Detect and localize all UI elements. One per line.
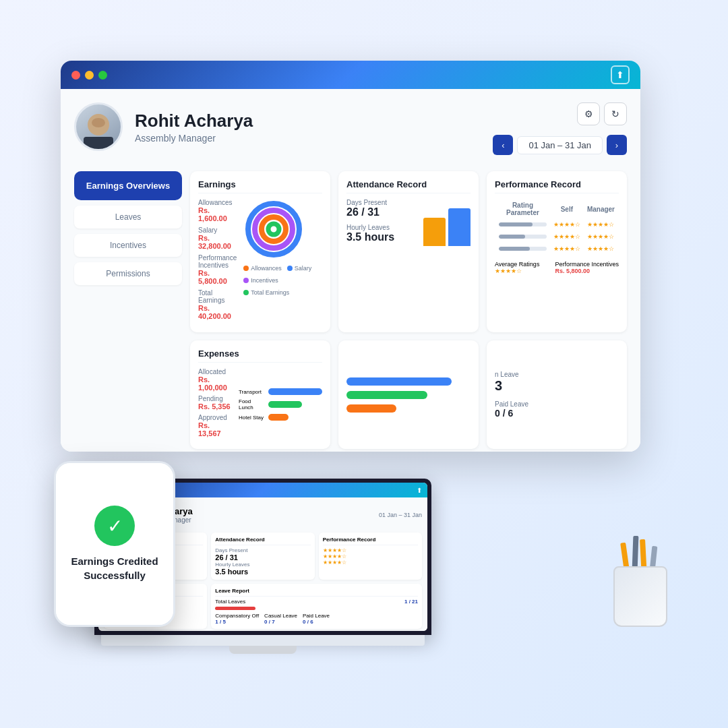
perf-row-1: ★★★★☆ ★★★★☆ [496, 219, 617, 230]
chart-legend: Allowances Salary Incentives [243, 265, 322, 296]
svg-point-3 [268, 224, 279, 235]
browser-window: ⬆ Rohit Acharya Assem [61, 61, 640, 452]
incentives-value: Rs. 5,800.00 [198, 269, 237, 285]
profile-name: Rohit Acharya [135, 111, 253, 131]
laptop-casual-value: 0 / 7 [264, 619, 297, 625]
main-grid: Earnings Overviews Leaves Incentives Per… [74, 171, 627, 332]
laptop-performance-title: Performance Record [323, 537, 418, 545]
next-date-button[interactable]: › [607, 135, 627, 155]
perf-incentive-label: Performance Incentives [555, 261, 619, 268]
salary-value: Rs. 32,800.00 [198, 234, 237, 250]
browser-content: Rohit Acharya Assembly Manager ⚙ ↻ ‹ 01 … [61, 89, 640, 452]
unpaid-leave-label: n Leave [495, 371, 619, 378]
laptop-base [101, 635, 425, 646]
perf-footer: Average Ratings ★★★★☆ Performance Incent… [495, 261, 619, 274]
donut-chart [243, 199, 304, 260]
laptop-leave-total: Total Leaves 1 / 21 [215, 599, 418, 605]
close-button[interactable] [71, 71, 80, 80]
laptop-paid-label: Paid Leave [303, 613, 330, 619]
laptop-stand [229, 646, 297, 654]
transport-label: Transport [239, 389, 266, 395]
expense-bars: Transport Food Lunch Hotel Stay [239, 368, 322, 441]
food-bar [268, 401, 302, 408]
expense-bar-hotel: Hotel Stay [239, 414, 322, 421]
sidebar-item-earnings-overviews[interactable]: Earnings Overviews [74, 171, 182, 200]
share-icon[interactable]: ⬆ [611, 65, 630, 84]
legend-allowances: Allowances [243, 265, 282, 272]
perf-row-3: ★★★★☆ ★★★★☆ [496, 243, 617, 254]
perf-bar-fill-1 [499, 222, 533, 226]
perf-bar-col-1 [496, 219, 549, 230]
pencil-holder [607, 566, 674, 647]
unpaid-leave-section: n Leave 3 [495, 371, 619, 394]
success-icon: ✓ [94, 506, 135, 546]
paid-leave-section: Paid Leave 0 / 6 [495, 400, 619, 419]
allowances-value: Rs. 1,600.00 [198, 206, 237, 222]
date-navigation: ‹ 01 Jan – 31 Jan › [493, 135, 627, 155]
perf-bar-1 [499, 222, 547, 226]
minimize-button[interactable] [85, 71, 94, 80]
laptop-paid-value: 0 / 6 [303, 619, 330, 625]
laptop-hours-value: 3.5 hours [215, 568, 310, 576]
prev-date-button[interactable]: ‹ [493, 135, 513, 155]
unpaid-leave-value: 3 [495, 378, 619, 394]
laptop-performance-card: Performance Record ★★★★☆ ★★★★☆ ★★★★☆ [319, 533, 422, 580]
sidebar-item-leaves[interactable]: Leaves [74, 206, 182, 229]
earnings-title: Earnings [198, 179, 322, 193]
unpaid-paid-card: n Leave 3 Paid Leave 0 / 6 [487, 340, 627, 449]
total-label: Total Earnings [198, 289, 237, 304]
phone-device: ✓ Earnings Credited Successfully [54, 461, 175, 627]
laptop-attendance-title: Attendance Record [215, 537, 310, 545]
laptop-leave-bar-total [215, 607, 255, 610]
laptop-paid: Paid Leave 0 / 6 [303, 613, 330, 625]
days-present-item: Days Present 26 / 31 [346, 199, 417, 218]
laptop-days-value: 26 / 31 [215, 553, 310, 562]
filter-button[interactable]: ⚙ [577, 102, 600, 125]
laptop-stars-2: ★★★★☆ [323, 553, 418, 559]
laptop-leave-total-label: Total Leaves [215, 599, 245, 605]
paid-leave-value: 0 / 6 [495, 408, 619, 419]
performance-table: Rating Parameter Self Manager [495, 199, 619, 255]
laptop-stars-3: ★★★★☆ [323, 559, 418, 566]
col-manager: Manager [584, 200, 617, 218]
sidebar: Earnings Overviews Leaves Incentives Per… [74, 171, 182, 332]
attendance-bar-chart [423, 199, 471, 246]
self-stars-2: ★★★★☆ [551, 231, 583, 242]
leave-bar-3 [346, 404, 396, 413]
hotel-label: Hotel Stay [239, 415, 266, 421]
days-present-value: 26 / 31 [346, 206, 417, 218]
sidebar-item-permissions[interactable]: Permissions [74, 262, 182, 285]
expenses-content: Allocated Rs. 1,00,000 Pending Rs. 5,356… [198, 368, 322, 441]
date-range: 01 Jan – 31 Jan [517, 136, 603, 154]
approved-label: Approved [198, 414, 233, 421]
col-parameter: Rating Parameter [496, 200, 549, 218]
svg-point-2 [262, 217, 286, 241]
pending-value: Rs. 5,356 [198, 402, 233, 411]
earnings-content: Allowances Rs. 1,600.00 Salary Rs. 32,80… [198, 199, 322, 324]
legend-salary: Salary [287, 265, 312, 272]
profile-role: Assembly Manager [135, 133, 253, 144]
hotel-bar [268, 414, 289, 421]
col-self: Self [551, 200, 583, 218]
holder-cup [613, 566, 667, 627]
laptop-leave-card: Leave Report Total Leaves 1 / 21 Compans… [211, 584, 422, 629]
profile-header: Rohit Acharya Assembly Manager [74, 102, 253, 151]
sidebar-item-incentives[interactable]: Incentives [74, 234, 182, 257]
expenses-title: Expenses [198, 348, 322, 363]
laptop-compoff: Compansatory Off 1 / 5 [215, 613, 259, 625]
maximize-button[interactable] [98, 71, 107, 80]
attendance-title: Attendance Record [346, 179, 471, 193]
transport-bar [268, 388, 322, 395]
laptop-casual: Casual Leave 0 / 7 [264, 613, 297, 625]
approved-value: Rs. 13,567 [198, 421, 233, 437]
refresh-button[interactable]: ↻ [604, 102, 627, 125]
browser-titlebar: ⬆ [61, 61, 640, 89]
earnings-card: Earnings Allowances Rs. 1,600.00 Salary … [190, 171, 330, 332]
paid-leave-label: Paid Leave [495, 400, 619, 408]
perf-row-2: ★★★★☆ ★★★★☆ [496, 231, 617, 242]
attendance-bar-2 [448, 208, 471, 246]
perf-bar-fill-3 [499, 247, 530, 251]
total-item: Total Earnings Rs. 40,200.00 [198, 289, 237, 320]
traffic-lights [71, 71, 107, 80]
laptop-casual-label: Casual Leave [264, 613, 297, 619]
